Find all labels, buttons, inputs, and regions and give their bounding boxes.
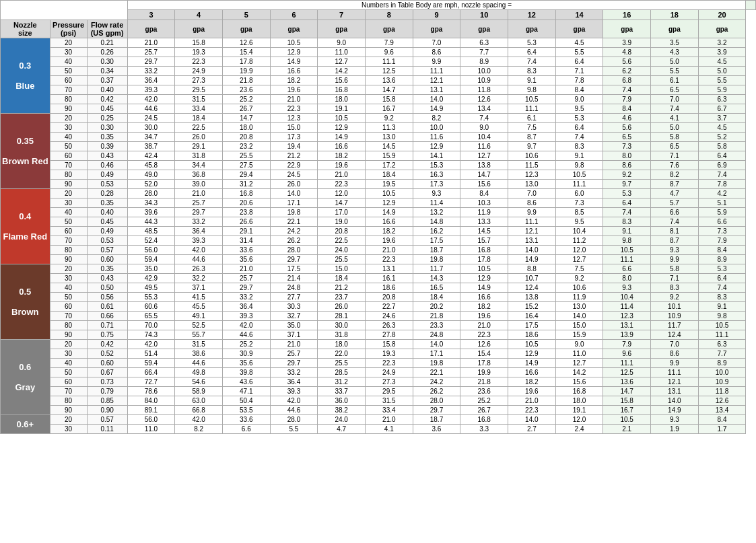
data-cell-20: 3.2 (698, 38, 746, 48)
data-cell-20: 8.0 (603, 274, 651, 283)
data-cell: 22.3 (175, 57, 223, 67)
pressure-cell: 70 (50, 236, 87, 246)
data-cell-20: 11.1 (603, 359, 651, 368)
data-cell-20: 7.9 (603, 95, 651, 104)
data-cell-20: 11.1 (651, 368, 699, 377)
data-cell: 12.0 (318, 189, 366, 198)
data-cell-20: 4.1 (651, 114, 699, 123)
data-cell: 13.0 (365, 133, 413, 142)
data-cell-20: 10.0 (698, 368, 746, 377)
gpa-4: gpa (175, 20, 223, 38)
data-cell: 38.7 (127, 142, 175, 151)
data-cell: 13.1 (508, 236, 556, 246)
data-cell: 89.1 (127, 406, 175, 415)
data-cell: 2.7 (508, 425, 556, 434)
data-cell: 35.0 (127, 264, 175, 274)
data-cell: 16.6 (508, 368, 556, 377)
data-cell: 23.6 (222, 85, 270, 95)
data-cell: 20.2 (413, 302, 460, 312)
data-cell: 6.4 (508, 48, 556, 57)
data-cell: 22.9 (270, 161, 318, 170)
pressure-cell: 20 (50, 340, 87, 349)
data-cell: 8.8 (508, 264, 556, 274)
data-cell: 34.3 (127, 198, 175, 208)
data-cell-20: 8.3 (603, 217, 651, 227)
data-cell-20: 7.1 (651, 151, 699, 161)
data-cell: 19.6 (365, 236, 413, 246)
data-cell: 19.6 (318, 161, 366, 170)
data-cell: 15.6 (555, 377, 603, 387)
data-cell: 18.0 (555, 396, 603, 406)
data-cell: 11.6 (413, 133, 460, 142)
data-cell: 12.1 (508, 227, 556, 236)
data-cell-20: 5.0 (651, 57, 699, 67)
flowrate-cell: 0.40 (87, 85, 127, 95)
col-16: 16 (603, 10, 651, 20)
nozzle-size-cell: 0.35Brown Red (1, 114, 50, 189)
table-row: 600.4948.536.429.124.220.818.216.214.512… (1, 227, 756, 236)
data-cell: 54.6 (175, 377, 223, 387)
data-cell: 10.5 (460, 264, 508, 274)
data-cell: 5.3 (555, 114, 603, 123)
pressure-cell: 20 (50, 114, 87, 123)
data-cell-20: 9.9 (651, 255, 699, 264)
data-cell: 17.5 (508, 321, 556, 330)
data-cell: 25.2 (460, 396, 508, 406)
nozzle-size-cell: 0.6Gray (1, 340, 50, 415)
data-cell: 21.0 (365, 246, 413, 255)
data-cell-20: 13.6 (603, 377, 651, 387)
data-cell: 13.8 (460, 161, 508, 170)
data-cell-20: 7.9 (698, 236, 746, 246)
data-cell: 14.0 (508, 246, 556, 255)
flowrate-cell: 0.49 (87, 170, 127, 180)
table-row: 300.5251.438.630.925.722.019.317.115.412… (1, 349, 756, 359)
data-cell: 59.4 (127, 255, 175, 264)
flowrate-cell: 0.53 (87, 236, 127, 246)
data-cell-20: 5.9 (698, 85, 746, 95)
col-10: 10 (460, 10, 508, 20)
data-cell: 10.5 (508, 340, 556, 349)
data-cell-20: 4.6 (603, 114, 651, 123)
data-cell: 16.2 (413, 227, 460, 236)
data-cell: 12.1 (413, 76, 460, 85)
data-cell: 7.1 (555, 67, 603, 76)
data-cell: 28.0 (127, 189, 175, 198)
pressure-cell: 50 (50, 217, 87, 227)
data-cell-20: 1.9 (651, 425, 699, 434)
gpa-8: gpa (365, 20, 413, 38)
data-cell-20: 8.4 (603, 104, 651, 114)
table-row: 800.4949.036.829.424.521.018.416.314.712… (1, 170, 756, 180)
data-cell: 14.8 (413, 217, 460, 227)
data-cell: 18.4 (175, 114, 223, 123)
pressure-cell: 80 (50, 246, 87, 255)
data-cell: 8.3 (508, 67, 556, 76)
data-cell: 24.8 (270, 283, 318, 293)
data-cell: 49.5 (127, 283, 175, 293)
data-cell: 18.0 (318, 95, 366, 104)
data-cell: 21.8 (222, 76, 270, 85)
pressure-cell: 60 (50, 76, 87, 85)
data-cell: 11.6 (460, 142, 508, 151)
data-cell: 14.1 (413, 151, 460, 161)
data-cell: 14.2 (555, 368, 603, 377)
data-cell: 52.4 (127, 236, 175, 246)
data-cell: 10.4 (555, 227, 603, 236)
data-cell-20: 6.5 (651, 85, 699, 95)
data-cell: 14.7 (222, 114, 270, 123)
data-cell: 33.2 (270, 368, 318, 377)
data-cell: 25.5 (318, 359, 366, 368)
col-20: 20 (698, 10, 746, 20)
data-cell-20: 5.2 (698, 133, 746, 142)
data-cell: 9.0 (318, 38, 366, 48)
data-cell: 17.2 (365, 161, 413, 170)
data-cell: 60.6 (127, 302, 175, 312)
data-cell-20: 6.1 (651, 76, 699, 85)
pressure-cell: 40 (50, 57, 87, 67)
data-cell: 11.0 (127, 425, 175, 434)
data-cell: 11.5 (508, 161, 556, 170)
pressure-cell: 50 (50, 142, 87, 151)
data-cell: 21.0 (270, 340, 318, 349)
pressure-cell: 90 (50, 330, 87, 340)
data-cell-20: 7.4 (698, 283, 746, 293)
data-cell: 6.3 (460, 38, 508, 48)
